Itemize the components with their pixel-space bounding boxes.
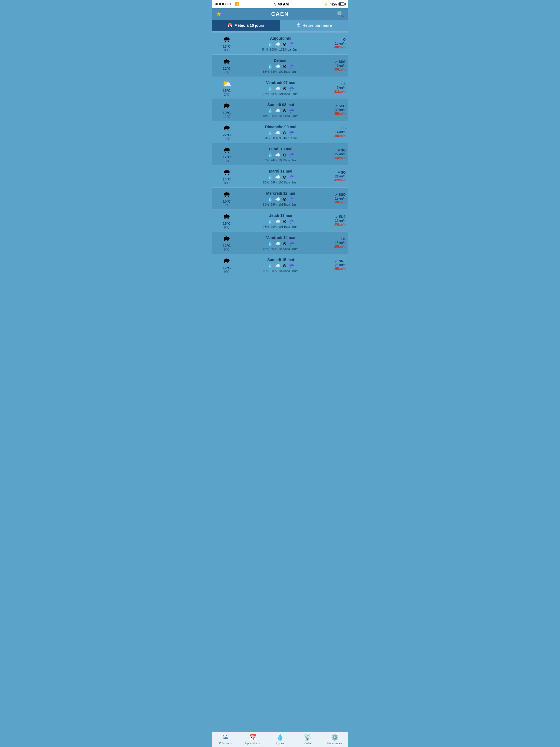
wifi-icon: 📶 (235, 2, 239, 6)
cloud-icon: ☁️ (275, 42, 281, 47)
pressure-val: 1014hpa (278, 225, 290, 228)
preferences-label: Préférences (327, 742, 342, 745)
previsions-icon: 🌤 (222, 734, 228, 741)
weather-row[interactable]: 🌧 15°C 7°C Mercredi 12 mai 💧 ☁️ ⊙ ☂️ 80%… (212, 187, 348, 210)
wind-avg: 16km/h (322, 42, 346, 45)
pressure-icon: ⊙ (283, 241, 286, 246)
wind-gust: 46km/h (322, 68, 346, 71)
wind-avg: 16km/h (322, 219, 346, 223)
tab-10jours[interactable]: 📅 Météo à 10 jours (212, 20, 280, 31)
row-right: → O 16km/h 48km/h (322, 38, 346, 49)
rain-icon: ☂️ (288, 130, 294, 135)
humidity-icon: 💧 (268, 64, 273, 69)
row-left: 🌧 14°C 8°C (214, 168, 239, 185)
bottom-tab-radar[interactable]: 📡 Radar (294, 734, 321, 745)
favorite-star-icon[interactable]: ★ (216, 11, 222, 18)
pressure-icon: ⊙ (283, 108, 286, 113)
dot-4 (225, 3, 228, 5)
humidity-val: 90% (263, 269, 269, 273)
temp-high: 22°C (223, 133, 230, 137)
rain-val: 2mm (292, 114, 298, 118)
row-left: ⛅ 15°C 2°C (214, 79, 239, 97)
temp-high: 15°C (223, 88, 230, 93)
wind-avg: 7km/h (322, 86, 346, 90)
bottom-tab-previsions[interactable]: 🌤 Prévisions (212, 734, 239, 745)
temp-high: 12°C (223, 266, 230, 270)
temp-high: 19°C (223, 111, 230, 115)
row-center: Vendredi 14 mai 💧 ☁️ ⊙ ☂️ 90% 50% 1020hp… (239, 235, 322, 251)
weather-icon: 🌧 (223, 57, 230, 66)
rain-val: 4mm (292, 159, 298, 162)
weather-row[interactable]: 🌧 12°C 9°C Vendredi 14 mai 💧 ☁️ ⊙ ☂️ 90%… (212, 232, 348, 254)
rain-val: 2mm (292, 181, 298, 184)
bottom-tab-ephemeride[interactable]: 📅 Éphéméride (239, 734, 266, 745)
weather-row[interactable]: 🌧 15°C 9°C Jeudi 13 mai 💧 ☁️ ⊙ ☂️ 78% 29… (212, 210, 348, 232)
humidity-val: 90% (263, 247, 269, 251)
status-time: 9:40 AM (274, 2, 289, 6)
tab-heure-label: Heure par heure (302, 23, 332, 28)
cloud-icon: ☁️ (275, 241, 281, 246)
wind-gust: 65km/h (322, 112, 346, 115)
weather-row[interactable]: 🌧 12°C 4°C Demain 💧 ☁️ ⊙ ☂️ 83% 73% 1008… (212, 55, 348, 77)
humidity-icon: 💧 (268, 130, 273, 135)
stats-icons: 💧 ☁️ ⊙ ☂️ (268, 197, 294, 202)
pressure-icon: ⊙ (283, 42, 286, 47)
pressure-val: 998hpa (279, 136, 289, 140)
humidity-val: 76% (263, 92, 269, 96)
pressure-icon: ⊙ (283, 197, 286, 202)
tab-heure[interactable]: ⏱ Heure par heure (280, 20, 348, 31)
stats-values: 76% 68% 1016hpa 0mm (263, 92, 298, 96)
stats-icons: 💧 ☁️ ⊙ ☂️ (268, 42, 294, 47)
row-center: Samedi 15 mai 💧 ☁️ ⊙ ☂️ 90% 50% 1020hpa … (239, 258, 322, 273)
weather-icon: 🌧 (223, 256, 230, 265)
cloud-icon: ☁️ (275, 175, 281, 180)
row-right: ↗ SSO 9km/h 46km/h (322, 60, 346, 71)
cloud-icon: ☁️ (275, 108, 281, 113)
cloud-icon: ☁️ (275, 219, 281, 224)
weather-row[interactable]: 🌧 19°C 11°C Samedi 08 mai 💧 ☁️ ⊙ ☂️ 81% … (212, 99, 348, 121)
wind-gust: 21km/h (322, 90, 346, 94)
row-right: ↙ NNE 22km/h 25km/h (322, 259, 346, 271)
row-right: ↙ ENE 16km/h 45km/h (322, 215, 346, 226)
weather-row[interactable]: 🌧 17°C 13°C Lundi 10 mai 💧 ☁️ ⊙ ☂️ 76% 7… (212, 143, 348, 165)
pressure-icon: ⊙ (283, 263, 286, 268)
stats-icons: 💧 ☁️ ⊙ ☂️ (268, 64, 294, 69)
temp-high: 15°C (223, 199, 230, 203)
weather-row[interactable]: 🌧 22°C 12°C Dimanche 09 mai 💧 ☁️ ⊙ ☂️ 81… (212, 121, 348, 143)
stats-values: 54% 100% 1013hpa 0mm (262, 48, 299, 51)
weather-row[interactable]: 🌧 12°C 9°C Samedi 15 mai 💧 ☁️ ⊙ ☂️ 90% 5… (212, 254, 348, 276)
temp-low: 8°C (224, 48, 229, 52)
wind-avg: 9km/h (322, 64, 346, 68)
day-label: Mercredi 12 mai (266, 191, 295, 196)
temp-low: 9°C (224, 226, 229, 229)
weather-icon: 🌧 (223, 168, 230, 177)
weather-row[interactable]: 🌧 14°C 8°C Mardi 11 mai 💧 ☁️ ⊙ ☂️ 83% 58… (212, 165, 348, 187)
stats-values: 90% 50% 1020hpa 1mm (263, 269, 298, 273)
temp-low: 13°C (223, 159, 230, 163)
bottom-tab-preferences[interactable]: ⚙️ Préférences (321, 734, 348, 745)
stats-values: 83% 73% 1008hpa 7mm (263, 70, 298, 73)
wind-dir: ↗ SSO (322, 60, 346, 64)
search-icon[interactable]: 🔍 (337, 11, 344, 18)
previsions-label: Prévisions (219, 742, 232, 745)
app-header: ★ CAEN 🔍 (212, 8, 348, 20)
row-right: ↑ S 14km/h 39km/h (322, 126, 346, 138)
temp-high: 14°C (223, 177, 230, 181)
wind-avg: 27km/h (322, 152, 346, 156)
wind-avg: 22km/h (322, 263, 346, 267)
ephemeride-label: Éphéméride (245, 742, 260, 745)
temp-high: 17°C (223, 155, 230, 159)
rain-val: 1mm (291, 136, 298, 140)
weather-row[interactable]: 🌧 13°C 8°C Aujourd'hui 💧 ☁️ ⊙ ☂️ 54% 100… (212, 32, 348, 55)
stats-icons: 💧 ☁️ ⊙ ☂️ (268, 175, 294, 180)
weather-icon: 🌧 (223, 146, 230, 154)
pressure-icon: ⊙ (283, 130, 286, 135)
temp-low: 8°C (224, 181, 229, 185)
stats-icons: 💧 ☁️ ⊙ ☂️ (268, 241, 294, 246)
rain-icon: ☂️ (288, 152, 294, 157)
cloud-val: 100% (270, 48, 278, 51)
cloud-icon: ☁️ (275, 263, 281, 268)
bottom-tab-hydro[interactable]: 💧 Hydro (266, 734, 294, 745)
weather-row[interactable]: ⛅ 15°C 2°C Vendredi 07 mai 💧 ☁️ ⊙ ☂️ 76%… (212, 77, 348, 99)
wind-gust: 39km/h (322, 200, 346, 204)
